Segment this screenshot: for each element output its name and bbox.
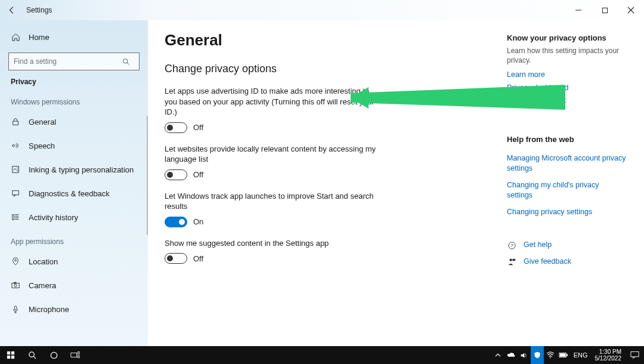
toggle-track-launches[interactable] bbox=[165, 217, 187, 227]
tray-chevron-icon[interactable] bbox=[491, 346, 504, 364]
option-track-launches: Let Windows track app launches to improv… bbox=[165, 191, 379, 227]
svg-point-11 bbox=[14, 284, 17, 286]
option-suggested-content: Show me suggested content in the Setting… bbox=[165, 238, 379, 264]
main-content: General Change privacy options Let apps … bbox=[148, 20, 644, 346]
sidebar-home[interactable]: Home bbox=[0, 25, 148, 49]
option-desc: Let Windows track app launches to improv… bbox=[165, 191, 379, 212]
taskbar-search-button[interactable] bbox=[21, 346, 43, 364]
home-icon bbox=[11, 33, 20, 42]
svg-line-3 bbox=[127, 63, 129, 64]
option-desc: Show me suggested content in the Setting… bbox=[165, 238, 379, 249]
help-icon: ? bbox=[507, 241, 516, 250]
sidebar-item-microphone[interactable]: Microphone bbox=[0, 297, 148, 321]
tray-volume-icon[interactable] bbox=[518, 346, 531, 364]
svg-rect-28 bbox=[78, 352, 79, 354]
sidebar-item-label: Camera bbox=[29, 281, 56, 290]
search-input[interactable] bbox=[8, 53, 140, 70]
sidebar-item-label: Microphone bbox=[29, 305, 69, 314]
feedback-icon bbox=[11, 189, 20, 198]
sidebar-item-inking[interactable]: Inking & typing personalization bbox=[0, 158, 148, 181]
svg-rect-7 bbox=[13, 191, 19, 195]
lock-icon bbox=[11, 118, 20, 126]
svg-rect-33 bbox=[559, 353, 565, 356]
link-manage-account-privacy[interactable]: Managing Microsoft account privacy setti… bbox=[507, 153, 626, 174]
maximize-button[interactable] bbox=[592, 1, 618, 20]
sidebar-home-label: Home bbox=[29, 33, 49, 42]
speech-icon bbox=[11, 141, 20, 150]
taskbar-clock[interactable]: 1:30 PM 5/12/2022 bbox=[592, 348, 626, 362]
sidebar-category: Privacy bbox=[0, 75, 148, 90]
option-advertising-id: Let apps use advertising ID to make ads … bbox=[165, 86, 379, 133]
sidebar-item-camera[interactable]: Camera bbox=[0, 273, 148, 297]
svg-rect-21 bbox=[11, 351, 14, 354]
action-center-button[interactable] bbox=[625, 346, 644, 364]
sidebar-item-activity[interactable]: Activity history bbox=[0, 205, 148, 229]
task-view-button[interactable] bbox=[64, 346, 86, 364]
search-icon bbox=[122, 58, 139, 66]
link-privacy-dashboard[interactable]: Privacy dashboard bbox=[507, 83, 626, 94]
link-learn-more[interactable]: Learn more bbox=[507, 70, 626, 81]
feedback-person-icon bbox=[507, 257, 516, 266]
option-desc: Let apps use advertising ID to make ads … bbox=[165, 86, 379, 118]
tray-security-icon[interactable] bbox=[531, 346, 544, 364]
svg-rect-34 bbox=[630, 351, 638, 356]
title-bar: Settings bbox=[0, 0, 644, 20]
info-panel: Know your privacy options Learn how this… bbox=[507, 31, 626, 346]
toggle-state: Off bbox=[193, 170, 203, 179]
toggle-suggested-content[interactable] bbox=[165, 253, 187, 264]
window-title: Settings bbox=[26, 6, 52, 14]
get-help-link[interactable]: ? Get help bbox=[507, 240, 626, 251]
link-changing-privacy[interactable]: Changing privacy settings bbox=[507, 207, 626, 218]
tray-language[interactable]: ENG bbox=[570, 346, 592, 364]
sidebar-item-diagnostics[interactable]: Diagnostics & feedback bbox=[0, 181, 148, 205]
svg-point-30 bbox=[550, 357, 551, 358]
clock-date: 5/12/2022 bbox=[595, 355, 622, 362]
cortana-button[interactable] bbox=[43, 346, 64, 364]
close-button[interactable] bbox=[618, 1, 644, 20]
location-icon bbox=[11, 257, 20, 266]
help-heading: Help from the web bbox=[507, 135, 626, 144]
toggle-state: On bbox=[193, 217, 203, 226]
svg-rect-22 bbox=[7, 356, 10, 359]
toggle-advertising-id[interactable] bbox=[165, 122, 187, 133]
toggle-language-list[interactable] bbox=[165, 169, 187, 180]
svg-rect-29 bbox=[78, 356, 79, 358]
section-heading: Change privacy options bbox=[165, 63, 507, 75]
sidebar-item-label: Inking & typing personalization bbox=[29, 165, 134, 174]
svg-rect-4 bbox=[13, 121, 18, 125]
sidebar-item-label: Location bbox=[29, 257, 58, 266]
svg-point-9 bbox=[15, 260, 17, 261]
option-language-list: Let websites provide locally relevant co… bbox=[165, 144, 379, 180]
sidebar-item-speech[interactable]: Speech bbox=[0, 134, 148, 158]
svg-rect-8 bbox=[13, 215, 14, 220]
tray-network-icon[interactable] bbox=[544, 346, 557, 364]
start-button[interactable] bbox=[0, 346, 21, 364]
svg-rect-27 bbox=[71, 353, 77, 357]
svg-rect-10 bbox=[12, 283, 19, 288]
sidebar-item-label: Speech bbox=[29, 141, 55, 150]
svg-rect-32 bbox=[566, 354, 568, 356]
svg-point-2 bbox=[123, 58, 128, 63]
svg-rect-23 bbox=[11, 356, 14, 359]
tray-onedrive-icon[interactable] bbox=[504, 346, 518, 364]
svg-rect-1 bbox=[602, 8, 607, 13]
link-child-privacy[interactable]: Changing my child's privacy settings bbox=[507, 180, 626, 201]
sidebar-item-location[interactable]: Location bbox=[0, 249, 148, 273]
svg-point-16 bbox=[509, 259, 512, 261]
sidebar-item-general[interactable]: General bbox=[0, 110, 148, 134]
sidebar: Home Privacy Windows permissions General… bbox=[0, 20, 148, 346]
link-privacy-statement[interactable]: Privacy statement bbox=[507, 95, 626, 106]
give-feedback-link[interactable]: Give feedback bbox=[507, 257, 626, 267]
sidebar-item-label: Diagnostics & feedback bbox=[29, 189, 110, 198]
svg-point-26 bbox=[51, 352, 57, 358]
clock-time: 1:30 PM bbox=[595, 348, 622, 355]
group-windows-permissions: Windows permissions bbox=[0, 90, 148, 110]
search-field[interactable] bbox=[9, 57, 122, 66]
tray-battery-icon[interactable] bbox=[557, 346, 570, 364]
svg-rect-13 bbox=[14, 306, 17, 310]
page-title: General bbox=[165, 31, 507, 50]
svg-point-24 bbox=[29, 351, 33, 356]
back-button[interactable] bbox=[4, 2, 20, 18]
info-heading: Know your privacy options bbox=[507, 33, 626, 42]
minimize-button[interactable] bbox=[565, 1, 592, 20]
